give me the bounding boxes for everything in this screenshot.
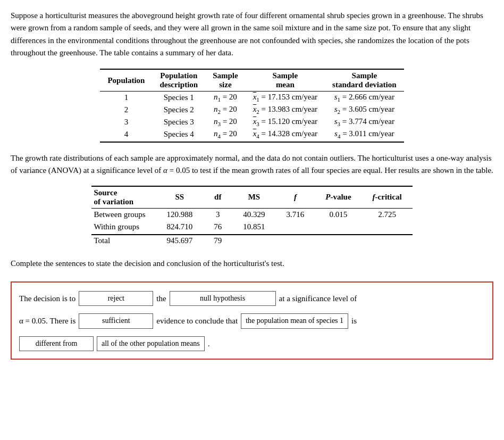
s3-box2[interactable]: all of the other population means [97,336,205,351]
anova-pval-between: 0.015 [315,208,362,221]
anova-ms-total [232,235,275,247]
n-4: n4 = 20 [205,128,246,142]
anova-table-wrapper: Sourceof variation SS df MS f P-value f-… [11,186,493,247]
n-3: n3 = 20 [205,116,246,128]
anova-col-f: f [276,186,315,209]
mean-4: x4 = 14.328 cm/year [246,128,325,142]
sd-1: s1 = 2.666 cm/year [325,92,404,104]
anova-ms-between: 40.329 [232,208,275,221]
s1-suffix: at a significance level of [279,292,357,305]
sd-4: s4 = 3.011 cm/year [325,128,404,142]
intro-paragraph: Suppose a horticulturist measures the ab… [11,10,493,59]
anova-df-total: 79 [203,235,232,247]
anova-f-total [276,235,315,247]
n-2: n2 = 20 [205,104,246,116]
mean-1: x1 = 17.153 cm/year [246,92,325,104]
anova-fcrit-within [362,221,413,235]
anova-row-total: Total 945.697 79 [91,235,412,247]
anova-pval-within [315,221,362,235]
s2-mid1: evidence to conclude that [156,314,238,327]
col-header-mean: Samplemean [246,69,325,92]
sentence-3-row: different from all of the other populati… [19,336,485,351]
table-row: 1 Species 1 n1 = 20 x1 = 17.153 cm/year … [100,92,404,104]
col-header-population: Population [100,69,152,92]
desc-1: Species 1 [152,92,205,104]
middle-paragraph: The growth rate distributions of each sa… [11,152,493,177]
anova-col-df: df [203,186,232,209]
desc-4: Species 4 [152,128,205,142]
s1-prefix: The decision is to [19,292,75,305]
anova-fcrit-total [362,235,413,247]
s2-box2[interactable]: the population mean of species 1 [241,313,348,328]
col-header-description: Populationdescription [152,69,205,92]
s1-box2[interactable]: null hypothesis [170,291,276,306]
desc-2: Species 2 [152,104,205,116]
sentence-2-row: α = 0.05. There is sufficient evidence t… [19,313,485,328]
anova-col-pval: P-value [315,186,362,209]
mean-2: x2 = 13.983 cm/year [246,104,325,116]
n-1: n1 = 20 [205,92,246,104]
anova-col-fcrit: f-critical [362,186,413,209]
anova-source-within: Within groups [91,221,156,235]
anova-f-between: 3.716 [276,208,315,221]
table-row: 3 Species 3 n3 = 20 x3 = 15.120 cm/year … [100,116,404,128]
data-table: Population Populationdescription Samples… [100,69,404,143]
sd-3: s3 = 3.774 cm/year [325,116,404,128]
anova-row-within: Within groups 824.710 76 10.851 [91,221,412,235]
anova-df-within: 76 [203,221,232,235]
anova-df-between: 3 [203,208,232,221]
pop-1: 1 [100,92,152,104]
s3-period: . [208,337,210,350]
pop-3: 3 [100,116,152,128]
complete-instruction: Complete the sentences to state the deci… [11,258,493,270]
col-header-sd: Samplestandard deviation [325,69,404,92]
col-header-size: Samplesize [205,69,246,92]
completion-box: The decision is to reject the null hypot… [11,281,493,360]
anova-row-between: Between groups 120.988 3 40.329 3.716 0.… [91,208,412,221]
s2-prefix: α = 0.05. There is [19,314,75,327]
sentence-1-row: The decision is to reject the null hypot… [19,291,485,306]
anova-table: Sourceof variation SS df MS f P-value f-… [91,186,412,247]
anova-ss-total: 945.697 [156,235,204,247]
anova-col-ms: MS [232,186,275,209]
s3-box1[interactable]: different from [19,336,94,351]
s1-mid1: the [156,292,166,305]
anova-pval-total [315,235,362,247]
s2-suffix: is [351,314,357,327]
mean-3: x3 = 15.120 cm/year [246,116,325,128]
table-row: 4 Species 4 n4 = 20 x4 = 14.328 cm/year … [100,128,404,142]
anova-ss-between: 120.988 [156,208,204,221]
anova-ss-within: 824.710 [156,221,204,235]
s1-box1[interactable]: reject [79,291,153,306]
anova-col-source: Sourceof variation [91,186,156,209]
data-table-wrapper: Population Populationdescription Samples… [11,69,493,143]
s2-box1[interactable]: sufficient [79,313,153,328]
anova-ms-within: 10.851 [232,221,275,235]
anova-col-ss: SS [156,186,204,209]
desc-3: Species 3 [152,116,205,128]
anova-source-between: Between groups [91,208,156,221]
anova-source-total: Total [91,235,156,247]
pop-2: 2 [100,104,152,116]
pop-4: 4 [100,128,152,142]
anova-fcrit-between: 2.725 [362,208,413,221]
sd-2: s2 = 3.605 cm/year [325,104,404,116]
table-row: 2 Species 2 n2 = 20 x2 = 13.983 cm/year … [100,104,404,116]
anova-f-within [276,221,315,235]
